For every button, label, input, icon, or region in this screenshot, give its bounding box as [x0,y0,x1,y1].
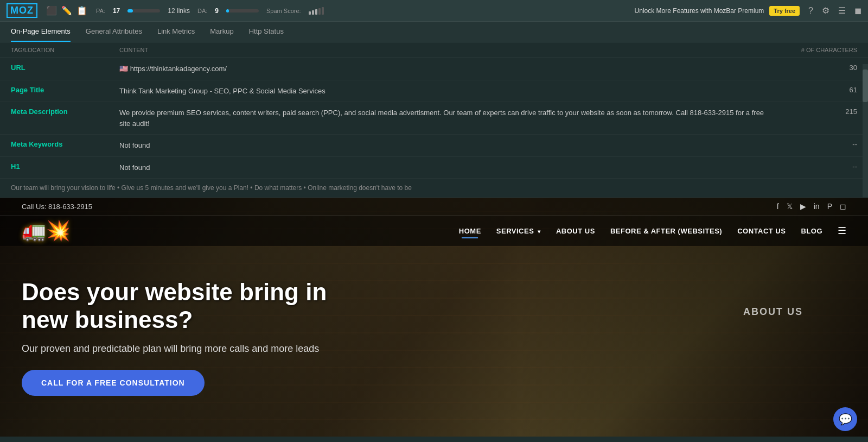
scroll-thumb[interactable] [863,70,868,102]
about-us-label: ABOUT US [743,306,803,318]
mozbar-top: MOZ ⬛ ✏️ 📋 PA: 17 12 links DA: 9 Spam Sc… [0,0,868,22]
mozbar-metrics: PA: 17 12 links DA: 9 Spam Score: [96,7,626,15]
social-icons: f 𝕏 ▶ in P ◻ [777,202,846,211]
tank-logo-icon: 🚛💥 [22,221,71,241]
tab-link-metrics[interactable]: Link Metrics [157,27,195,42]
flag-icon: 🇺🇸 [119,65,130,73]
pa-progress-bar [127,9,160,12]
highlight-icon[interactable]: ✏️ [61,5,72,16]
col-header-chars: # of Characters [787,47,857,53]
hero-title: Does your website bring in new business? [22,279,358,333]
pa-label: PA: [96,8,105,14]
table-row: Meta Description We provide premium SEO … [0,102,868,135]
mozbar-icon-group: ⬛ ✏️ 📋 [46,5,87,16]
row-content-h1: Not found [119,162,787,173]
table-row: Page Title Think Tank Marketing Group - … [0,80,868,103]
table-row: URL 🇺🇸 https://thinktankadagency.com/ 30 [0,58,868,80]
tab-general-attributes[interactable]: General Attributes [86,27,142,42]
export-icon[interactable]: 📋 [76,5,87,16]
settings-icon[interactable]: ⚙ [822,5,829,16]
table-row: H1 Not found -- [0,157,868,179]
col-header-tag: Tag/Location [11,47,119,53]
on-page-elements-table: Tag/Location Content # of Characters URL… [0,42,868,198]
table-header-row: Tag/Location Content # of Characters [0,42,868,58]
site-phone-number: Call Us: 818-633-2915 [22,203,92,211]
nav-link-home[interactable]: HOME [459,227,481,235]
row-tag-url: URL [11,64,119,72]
table-row: Meta Keywords Not found -- [0,135,868,157]
da-label: DA: [197,8,207,14]
chat-bubble-button[interactable]: 💬 [833,407,857,431]
promo-text: Unlock More Features with MozBar Premium [635,7,764,15]
row-tag-page-title: Page Title [11,86,119,94]
hero-subtitle: Our proven and predictable plan will bri… [22,343,358,355]
instagram-icon[interactable]: ◻ [840,202,846,211]
row-chars-meta-keywords: -- [787,140,857,148]
row-chars-meta-description: 215 [787,108,857,116]
row-content-meta-keywords: Not found [119,140,787,151]
row-content-meta-description: We provide premium SEO services, content… [119,108,787,129]
page-analysis-icon[interactable]: ⬛ [46,5,57,16]
spam-label: Spam Score: [266,8,301,14]
nav-link-group: HOME SERVICES ▾ ABOUT US BEFORE & AFTER … [459,225,846,237]
row-content-url[interactable]: 🇺🇸 https://thinktankadagency.com/ [119,64,787,74]
nav-link-blog[interactable]: BLOG [801,227,822,235]
row-tag-meta-description: Meta Description [11,108,119,116]
tab-http-status[interactable]: Http Status [249,27,284,42]
links-value: 12 links [168,7,190,15]
mozbar-right-section: Unlock More Features with MozBar Premium… [635,5,861,16]
spam-score-bars [309,7,324,15]
mozbar-tab-bar: On-Page Elements General Attributes Link… [0,22,868,42]
extension-icon[interactable]: ◼ [854,5,861,16]
moz-logo[interactable]: MOZ [7,3,37,18]
hero-cta-button[interactable]: CALL FOR A FREE CONSULTATION [22,370,205,396]
nav-link-before-after[interactable]: BEFORE & AFTER (WEBSITES) [610,227,722,235]
tab-on-page-elements[interactable]: On-Page Elements [11,27,71,42]
row-chars-h1: -- [787,162,857,171]
help-icon[interactable]: ? [808,6,813,16]
nav-link-about[interactable]: ABOUT US [556,227,595,235]
pinterest-icon[interactable]: P [827,202,832,211]
row-chars-url: 30 [787,64,857,72]
website-preview: Call Us: 818-633-2915 f 𝕏 ▶ in P ◻ 🚛💥 HO… [0,198,868,437]
youtube-icon[interactable]: ▶ [800,202,806,211]
website-content-wrapper: Call Us: 818-633-2915 f 𝕏 ▶ in P ◻ 🚛💥 HO… [0,198,868,418]
row-chars-page-title: 61 [787,86,857,94]
nav-link-contact[interactable]: CONTACT US [737,227,786,235]
site-logo[interactable]: 🚛💥 [22,221,71,241]
table-preview-text: Our team will bring your vision to life … [0,179,868,198]
row-tag-h1: H1 [11,162,119,171]
site-utility-bar: Call Us: 818-633-2915 f 𝕏 ▶ in P ◻ [0,198,868,216]
pa-value: 17 [113,7,120,15]
services-dropdown-icon: ▾ [538,229,541,235]
row-tag-meta-keywords: Meta Keywords [11,140,119,148]
menu-icon[interactable]: ☰ [838,5,846,16]
try-free-button[interactable]: Try free [769,6,800,16]
site-navigation: 🚛💥 HOME SERVICES ▾ ABOUT US BEFORE & AFT… [0,216,868,246]
twitter-icon[interactable]: 𝕏 [787,202,793,211]
col-header-content: Content [119,47,787,53]
hero-section: Does your website bring in new business?… [0,246,380,418]
tab-markup[interactable]: Markup [210,27,233,42]
da-value: 9 [215,7,219,15]
linkedin-icon[interactable]: in [814,202,820,211]
da-progress-bar [226,9,259,12]
facebook-icon[interactable]: f [777,202,779,211]
hamburger-menu-icon[interactable]: ☰ [838,225,846,237]
nav-link-services[interactable]: SERVICES ▾ [496,227,541,235]
row-content-page-title: Think Tank Marketing Group - SEO, PPC & … [119,86,787,97]
